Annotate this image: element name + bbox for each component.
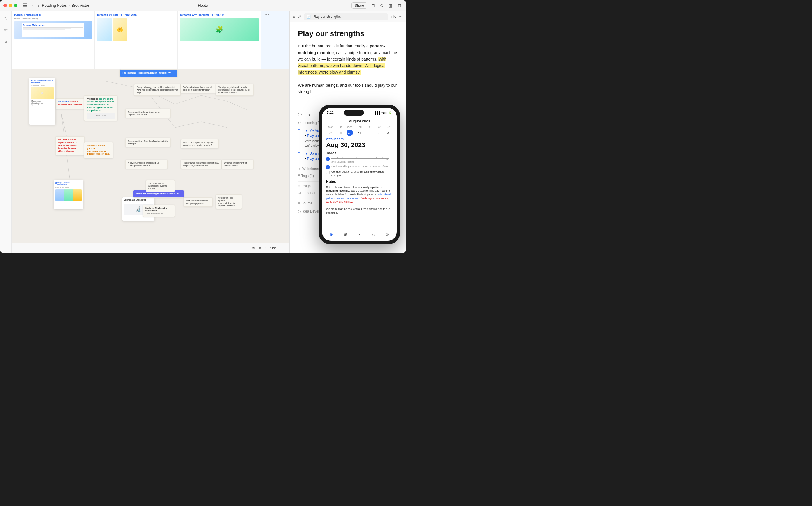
doc-section-3[interactable]: Dynamic Environments-To-Think-In 🧩 [178,11,261,69]
phone-inbox-icon[interactable]: ⊡ [358,232,361,237]
sidebar-toggle-button[interactable]: ☰ [21,2,28,9]
phone-cb-1[interactable]: ✓ [326,157,330,161]
phone-cb-2[interactable]: ✓ [326,165,330,169]
idea-icon: ◎ [298,209,301,214]
cal-day-2[interactable]: 2 [376,130,382,136]
important-icon: ☑ [298,191,301,195]
panel-doc-title-text: Play our strengths [313,14,341,19]
close-button[interactable] [3,4,7,7]
breadcrumb-child[interactable]: Bret Victor [72,3,89,8]
minimize-button[interactable] [9,4,12,7]
cal-header-fri: Fri [364,125,374,129]
node-right-way[interactable]: The right way is to understand a system … [216,84,254,96]
node-multiple-repr[interactable]: We need multiple representations to look… [55,136,84,156]
node-media[interactable]: Media for Thinking the Unthinkable Visua… [143,205,175,217]
title-bar: ☰ ‹ › Reading Notes › Bret Victor Hepta … [0,0,406,11]
grid-icon[interactable]: ⊟ [397,3,403,8]
doc-card-drawing[interactable]: Drawing Dynamic Visualizations Reading n… [54,180,83,209]
more-options-button[interactable]: ··· [399,14,403,19]
mindmap-area: The Humane Representation of Thought ···… [12,69,289,241]
phone-layers-icon[interactable]: ⊕ [344,232,347,237]
layers-icon[interactable]: ⊕ [379,3,385,8]
phone-mockup: 7:32 ▐▐▐ WiFi 🔋 August 2023 Mon Tue Wed … [319,104,400,244]
phone-todo-3-text: Conduct additional usability testing to … [331,170,393,177]
cal-day-3[interactable]: 3 [385,130,391,136]
search-tool[interactable]: ⌕ [3,38,8,45]
canvas-area[interactable]: Dynamic Mathematics An introduction and … [12,11,289,253]
zoom-out-button[interactable]: − [284,246,286,250]
node-algebraic[interactable]: How do you represent an algebraic equati… [181,139,219,149]
nav-buttons: ‹ › [31,3,41,8]
doc-subtitle-1: An introduction and survey [14,17,92,19]
node-repr-ui[interactable]: Representation = User Interface for invi… [125,138,171,147]
calendar-icon[interactable]: ▦ [388,3,394,8]
phone-status-bar: 7:32 ▐▐▐ WiFi 🔋 [322,108,397,117]
eye-icon[interactable]: 👁 [252,246,255,250]
breadcrumb: Reading Notes › Bret Victor [42,3,89,8]
node-technology[interactable]: Every technology that enables us in cert… [134,84,181,96]
svg-line-5 [201,95,227,101]
pen-tool[interactable]: ✏ [3,26,9,33]
node-multiple-title: We need multiple representations to look… [58,138,82,153]
zoom-in-button[interactable]: + [279,246,281,250]
battery-icon: 🔋 [389,111,392,114]
phone-settings-icon[interactable]: ⚙ [385,232,389,237]
node-representation[interactable]: Representation should bring human capabi… [125,108,171,118]
traffic-lights [3,4,17,7]
node-dynamic-medium[interactable]: The dynamic medium is computational, res… [181,160,221,169]
cal-day-30[interactable]: 30 [347,130,353,136]
info-button[interactable]: Info [391,14,396,19]
expand-icon[interactable]: ⤢ [298,14,301,19]
panel-doc-title-button[interactable]: 📄 Play our strengths [304,13,388,20]
cal-day-1[interactable]: 1 [366,130,372,136]
phone-todos-title: Todos [326,151,393,155]
insight-icon: ≡ [298,184,300,188]
phone-notes-title: Notes [326,180,393,184]
breadcrumb-parent[interactable]: Reading Notes [42,3,67,8]
header-node-1[interactable]: The Humane Representation of Thought ··· [120,69,178,77]
fit-icon[interactable]: ⊡ [264,246,266,250]
doc-card-ladder[interactable]: Up and Down the Ladder of Abstraction Re… [29,78,55,124]
doc-section-2[interactable]: Dynamic Objects-To-Think-With 🤲 [95,11,178,69]
cal-header-wed: Wed [345,125,354,129]
back-button[interactable]: ‹ [31,3,35,8]
cal-day-29[interactable]: 29 [337,130,343,136]
phone-search-icon[interactable]: ⌕ [372,232,375,237]
layers-canvas-icon[interactable]: ⊕ [258,246,261,250]
doc-image-1: Dynamic Mathematics [14,21,92,39]
node-abstractions[interactable]: We need to create abstractions over the … [146,180,175,192]
doc-section-4[interactable]: The Fu... [261,11,289,69]
phone-bold-text: pattern-matching machine [326,186,382,192]
forward-button[interactable]: › [37,3,41,8]
maximize-button[interactable] [14,4,17,7]
phone-home-icon[interactable]: ⊞ [330,232,333,237]
highlighted-text: With visual patterns, we win hands-down.… [298,57,387,75]
canvas-inner: Dynamic Mathematics An introduction and … [12,11,289,253]
node-not-allowed[interactable]: We're not allowed to use our full intell… [181,84,219,93]
doc-title-2: Dynamic Objects-To-Think-With [97,13,175,16]
phone-bottom-bar: ⊞ ⊕ ⊡ ⌕ ⚙ [322,228,397,241]
node-dynamic-env[interactable]: Dynamic environment for intellectual wor… [221,160,254,169]
cursor-tool[interactable]: ↖ [3,14,9,21]
doc-title-3: Dynamic Environments-To-Think-In [180,13,258,16]
share-button[interactable]: Share [351,2,367,9]
phone-big-date: Aug 30, 2023 [326,141,393,149]
right-panel-topbar: » ⤢ 📄 Play our strengths Info ··· [290,11,406,22]
doc-section-1[interactable]: Dynamic Mathematics An introduction and … [12,11,95,69]
node-new-repr[interactable]: New representations for comparing system… [184,197,213,207]
node-see-behavior[interactable]: We need to see the behavior of the syste… [55,98,87,109]
cal-day-28[interactable]: 28 [327,130,334,136]
breadcrumb-separator: › [68,3,70,8]
panel-nav-arrows: » [293,14,295,19]
node-diff-types[interactable]: We need different types of representatio… [84,142,113,158]
phone-cal-grid: Mon Tue Wed Thu Fri Sat Sun 28 29 30 31 … [326,125,393,136]
node-criteria[interactable]: Criteria for good dynamic representation… [216,194,242,209]
node-see-state-title: We need to see the entire state of the s… [86,97,115,112]
phone-date-label: WEDNESDAY [326,138,393,141]
cal-day-31[interactable]: 31 [356,130,362,136]
svg-line-4 [175,122,201,128]
node-powerful[interactable]: A powerful medium should help us create … [125,160,167,169]
node-see-state[interactable]: We need to see the entire state of the s… [84,95,118,121]
view-icon[interactable]: ⊞ [370,3,376,8]
phone-cb-3[interactable] [326,171,330,174]
